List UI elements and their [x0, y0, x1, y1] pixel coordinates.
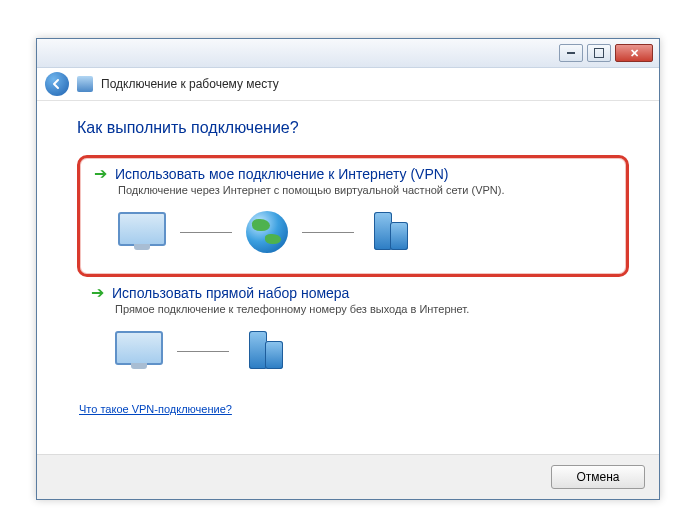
option-dialup[interactable]: ➔ Использовать прямой набор номера Прямо…	[77, 277, 629, 393]
option-vpn-title: Использовать мое подключение к Интернету…	[115, 166, 449, 182]
globe-icon	[246, 211, 288, 253]
maximize-button[interactable]	[587, 44, 611, 62]
titlebar: ✕	[37, 39, 659, 68]
close-button[interactable]: ✕	[615, 44, 653, 62]
vpn-diagram	[118, 210, 612, 254]
arrow-icon: ➔	[94, 166, 107, 182]
option-vpn-desc: Подключение через Интернет с помощью вир…	[118, 184, 612, 196]
page-heading: Как выполнить подключение?	[77, 119, 629, 137]
computer-icon	[115, 329, 163, 373]
dialup-diagram	[115, 329, 615, 373]
option-dialup-title: Использовать прямой набор номера	[112, 285, 349, 301]
cancel-button[interactable]: Отмена	[551, 465, 645, 489]
server-icon	[368, 212, 412, 252]
computer-icon	[118, 210, 166, 254]
network-icon	[77, 76, 93, 92]
option-dialup-desc: Прямое подключение к телефонному номеру …	[115, 303, 615, 315]
back-button[interactable]	[45, 72, 69, 96]
connector-line	[177, 351, 229, 352]
header-bar: Подключение к рабочему месту	[37, 68, 659, 101]
wizard-window: ✕ Подключение к рабочему месту Как выпол…	[36, 38, 660, 500]
footer-bar: Отмена	[37, 454, 659, 499]
minimize-button[interactable]	[559, 44, 583, 62]
help-link-vpn[interactable]: Что такое VPN-подключение?	[79, 403, 232, 415]
server-icon	[243, 331, 287, 371]
window-title: Подключение к рабочему месту	[101, 77, 279, 91]
arrow-icon: ➔	[91, 285, 104, 301]
option-vpn[interactable]: ➔ Использовать мое подключение к Интерне…	[77, 155, 629, 277]
content-area: Как выполнить подключение? ➔ Использоват…	[37, 101, 659, 475]
connector-line	[302, 232, 354, 233]
connector-line	[180, 232, 232, 233]
